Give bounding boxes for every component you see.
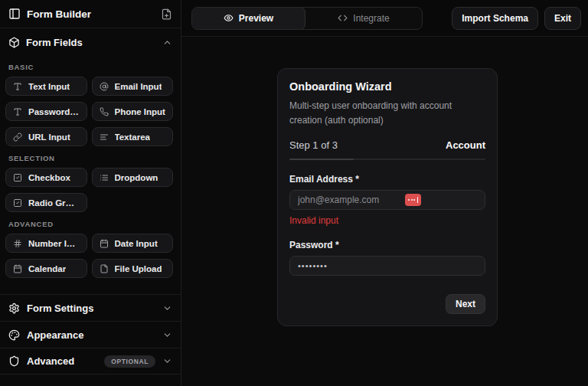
- step-progress-bar: [289, 159, 485, 160]
- email-field-label: Email Address *: [289, 174, 485, 185]
- email-input-wrapper: [289, 190, 485, 210]
- hash-icon: [13, 239, 22, 248]
- form-preview-card: Onboarding Wizard Multi-step user onboar…: [277, 68, 498, 326]
- topbar: Preview Integrate Import Schema Exit: [181, 0, 588, 37]
- field-button-text-input[interactable]: Text Input: [5, 77, 87, 96]
- field-label: Text Input: [28, 82, 70, 91]
- app-title: Form Builder: [27, 8, 91, 20]
- field-label: Calendar: [28, 264, 66, 273]
- field-button-file-upload[interactable]: File Upload: [92, 259, 174, 278]
- form-title: Onboarding Wizard: [289, 80, 485, 93]
- shield-icon: [8, 355, 20, 367]
- email-input[interactable]: [289, 190, 485, 210]
- field-grid-selection: Checkbox Dropdown Radio Group: [0, 168, 181, 212]
- section-label: Advanced: [27, 355, 97, 367]
- gear-icon: [8, 303, 20, 314]
- field-label: Date Input: [115, 239, 158, 248]
- calendar-icon: [13, 264, 22, 273]
- align-left-icon: [100, 132, 109, 142]
- group-label-selection: SELECTION: [0, 154, 181, 162]
- field-label: Checkbox: [28, 173, 70, 182]
- field-button-textarea[interactable]: Textarea: [92, 127, 174, 146]
- section-label: Form Settings: [27, 303, 155, 314]
- calendar-icon: [100, 239, 109, 248]
- field-label: Number Input: [28, 239, 80, 248]
- field-button-number-input[interactable]: Number Input: [5, 234, 87, 253]
- view-tabs: Preview Integrate: [191, 7, 423, 30]
- type-icon: [13, 82, 22, 91]
- field-label: Email Input: [115, 82, 162, 91]
- tab-preview[interactable]: Preview: [191, 7, 305, 30]
- group-label-advanced: ADVANCED: [0, 220, 181, 228]
- group-label-basic: BASIC: [0, 63, 181, 71]
- link-icon: [13, 132, 22, 142]
- field-label: Radio Group: [28, 198, 80, 208]
- sidebar-bottom-sections: Form Settings Appearance Advanced OPTION…: [0, 294, 181, 375]
- form-fields-title: Form Fields: [26, 37, 156, 48]
- field-button-date-input[interactable]: Date Input: [92, 234, 174, 253]
- field-button-phone-input[interactable]: Phone Input: [92, 102, 174, 121]
- field-label: File Upload: [115, 264, 162, 273]
- chevron-down-icon: [162, 356, 172, 366]
- exit-button[interactable]: Exit: [544, 7, 581, 30]
- form-description: Multi-step user onboarding with account …: [289, 99, 485, 127]
- password-manager-autofill-icon[interactable]: [405, 194, 421, 206]
- field-label: Dropdown: [115, 173, 158, 182]
- section-advanced[interactable]: Advanced OPTIONAL: [0, 348, 181, 375]
- field-button-password-input[interactable]: Password In...: [5, 102, 87, 121]
- at-sign-icon: [100, 82, 109, 91]
- password-field-label: Password *: [289, 240, 485, 250]
- step-progress-fill: [289, 159, 354, 160]
- chevron-up-icon: [162, 38, 172, 47]
- form-fields-section-header[interactable]: Form Fields: [0, 28, 181, 55]
- field-label: Phone Input: [115, 107, 165, 116]
- field-button-checkbox[interactable]: Checkbox: [5, 168, 87, 187]
- field-button-radio-group[interactable]: Radio Group: [5, 193, 87, 212]
- tab-label: Preview: [239, 13, 273, 24]
- chevron-down-icon: [162, 303, 172, 313]
- import-schema-button[interactable]: Import Schema: [452, 7, 538, 30]
- chevron-down-icon: [162, 330, 172, 340]
- file-plus-icon[interactable]: [161, 8, 172, 20]
- next-button[interactable]: Next: [446, 294, 485, 314]
- type-icon: [13, 107, 22, 116]
- email-field-group: Email Address * Invalid input: [289, 174, 485, 226]
- password-field-group: Password *: [289, 240, 485, 276]
- password-input[interactable]: [289, 256, 485, 276]
- field-label: Password In...: [28, 107, 80, 116]
- password-input-wrapper: [289, 256, 485, 276]
- email-error-text: Invalid input: [289, 215, 485, 226]
- field-label: URL Input: [28, 132, 70, 142]
- phone-icon: [100, 107, 109, 116]
- section-appearance[interactable]: Appearance: [0, 321, 181, 348]
- field-button-url-input[interactable]: URL Input: [5, 127, 87, 146]
- field-grid-advanced: Number Input Date Input Calendar File Up…: [0, 234, 181, 278]
- step-row: Step 1 of 3 Account: [289, 139, 485, 151]
- sidebar: Form Builder Form Fields BASIC Text Inpu…: [0, 0, 181, 386]
- section-label: Appearance: [27, 329, 155, 341]
- sidebar-header: Form Builder: [0, 0, 181, 28]
- tab-label: Integrate: [353, 13, 389, 24]
- field-button-email-input[interactable]: Email Input: [92, 77, 174, 96]
- optional-badge: OPTIONAL: [104, 355, 155, 368]
- palette-icon: [8, 329, 20, 341]
- field-button-calendar[interactable]: Calendar: [5, 259, 87, 278]
- section-form-settings[interactable]: Form Settings: [0, 294, 181, 321]
- list-icon: [100, 173, 109, 182]
- square-check-icon: [13, 173, 22, 182]
- form-builder-app: Form Builder Form Fields BASIC Text Inpu…: [0, 0, 588, 386]
- preview-canvas: Onboarding Wizard Multi-step user onboar…: [181, 37, 588, 386]
- step-indicator: Step 1 of 3: [289, 139, 338, 151]
- field-button-dropdown[interactable]: Dropdown: [92, 168, 174, 187]
- field-label: Textarea: [115, 132, 150, 142]
- tab-integrate[interactable]: Integrate: [305, 8, 422, 29]
- eye-icon: [224, 13, 234, 23]
- box-icon: [8, 37, 20, 48]
- step-name: Account: [446, 139, 485, 151]
- file-icon: [100, 264, 109, 273]
- panel-left-icon: [8, 8, 21, 20]
- field-grid-basic: Text Input Email Input Password In... Ph…: [0, 77, 181, 146]
- card-footer: Next: [289, 294, 485, 314]
- code-icon: [338, 13, 348, 23]
- square-check-icon: [13, 198, 22, 208]
